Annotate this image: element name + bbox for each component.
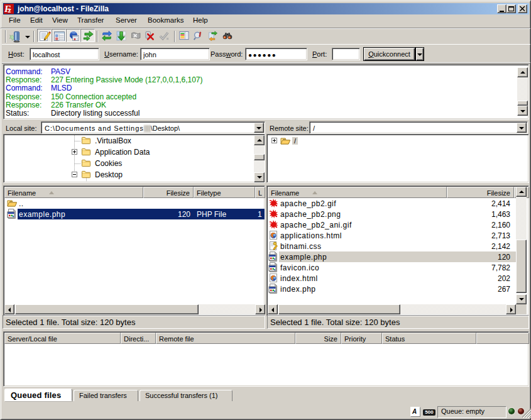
svg-text:z: z: [8, 6, 11, 14]
